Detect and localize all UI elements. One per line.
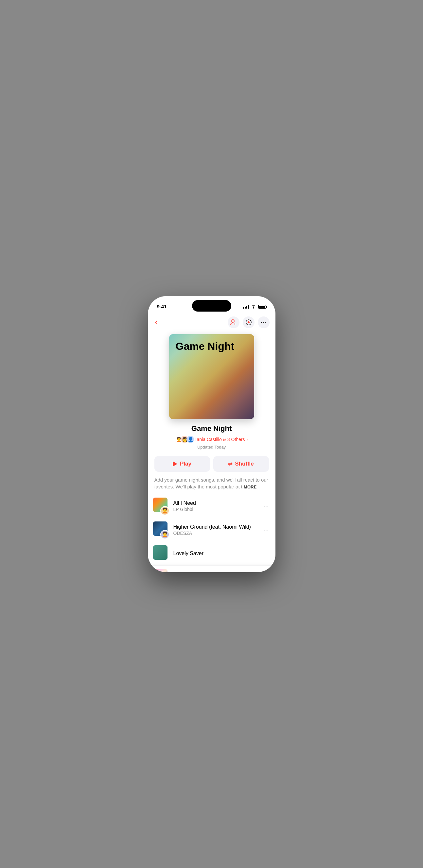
song-art-wrapper-2: 🧑‍🦱 [153, 522, 170, 538]
download-button[interactable] [243, 316, 254, 328]
playlist-info: Game Night 🧑‍🦱 👩 👤 Tania Castillo & 3 Ot… [148, 424, 275, 454]
song-title-3: Lovely Saver [173, 551, 270, 556]
song-item-2[interactable]: 🧑‍🦱 Higher Ground (feat. Naomi Wild) ODE… [148, 518, 275, 542]
avatar-3: 👤 [186, 435, 194, 443]
song-item-3[interactable]: Lovely Saver [148, 542, 275, 566]
more-button[interactable]: MORE [244, 485, 256, 489]
song-info-1: All I Need LP Giobbi [173, 500, 259, 512]
playlist-artwork: Game Night [169, 334, 254, 419]
mini-art [153, 569, 168, 572]
shuffle-label: Shuffle [235, 461, 254, 467]
shuffle-icon: ⇌ [228, 461, 232, 467]
avatar-group: 🧑‍🦱 👩 👤 [175, 435, 192, 443]
artwork-container: Game Night [148, 331, 275, 424]
song-info-2: Higher Ground (feat. Naomi Wild) ODESZA [173, 524, 259, 536]
signal-icon [243, 305, 249, 309]
header-actions: ··· [228, 316, 270, 328]
play-label: Play [180, 461, 191, 467]
song-item-1[interactable]: 🧑‍🦱 All I Need LP Giobbi ··· [148, 494, 275, 518]
battery-icon [258, 305, 266, 309]
action-buttons: Play ⇌ Shuffle [148, 454, 275, 476]
playlist-name: Game Night [154, 424, 269, 433]
shuffle-button[interactable]: ⇌ Shuffle [213, 456, 269, 472]
song-artist-1: LP Giobbi [173, 507, 259, 512]
svg-point-0 [232, 320, 234, 322]
song-avatar-1: 🧑‍🦱 [160, 506, 170, 515]
song-art-wrapper-3 [153, 545, 170, 562]
song-more-2[interactable]: ··· [262, 525, 270, 535]
updated-text: Updated Today [154, 445, 269, 450]
song-more-1[interactable]: ··· [262, 501, 270, 511]
song-title-2: Higher Ground (feat. Naomi Wild) [173, 524, 259, 530]
song-title-1: All I Need [173, 500, 259, 506]
dynamic-island [192, 300, 231, 312]
add-person-button[interactable] [228, 316, 239, 328]
status-icons [243, 305, 266, 309]
song-art-3 [153, 545, 168, 560]
play-button[interactable]: Play [154, 456, 210, 472]
description: Add your game night songs, and we'll all… [148, 476, 275, 494]
song-artist-2: ODESZA [173, 531, 259, 536]
back-button[interactable]: ‹ [154, 317, 159, 328]
song-art-wrapper-1: 🧑‍🦱 [153, 498, 170, 515]
artwork-title: Game Night [176, 341, 235, 352]
main-content: ‹ ··· [148, 313, 275, 572]
collaborators-text: Tania Castillo & 3 Others [194, 437, 245, 442]
phone-frame: 9:41 ‹ [148, 296, 275, 572]
wifi-icon [251, 305, 256, 309]
mini-player[interactable]: All I Need ⏸ ⏭ [148, 566, 275, 572]
header-nav: ‹ ··· [148, 313, 275, 331]
more-options-button[interactable]: ··· [258, 316, 270, 328]
collaborators[interactable]: 🧑‍🦱 👩 👤 Tania Castillo & 3 Others › [154, 435, 269, 443]
status-time: 9:41 [157, 304, 167, 309]
song-info-3: Lovely Saver [173, 551, 270, 557]
chevron-right-icon: › [247, 437, 248, 442]
song-avatar-2: 🧑‍🦱 [160, 530, 170, 539]
play-icon [173, 461, 177, 467]
song-list: 🧑‍🦱 All I Need LP Giobbi ··· 🧑‍🦱 High [148, 494, 275, 566]
